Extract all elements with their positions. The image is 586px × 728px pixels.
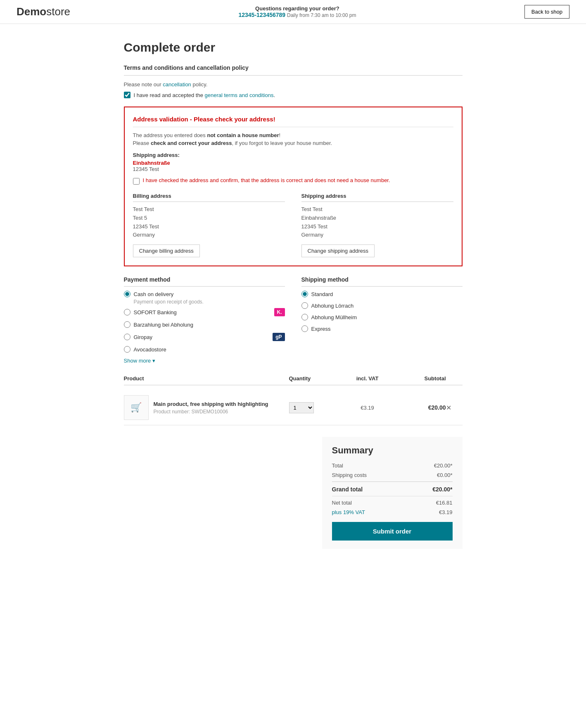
terms-label-suffix: . — [273, 92, 275, 98]
chevron-down-icon: ▾ — [152, 358, 155, 364]
billing-line4: Germany — [133, 232, 155, 238]
shipping-line4: Germany — [301, 232, 323, 238]
summary-grand-total-row: Grand total €20.00* — [332, 481, 453, 493]
cancellation-link[interactable]: cancellation — [163, 81, 191, 88]
questions-label: Questions regarding your order? — [238, 5, 356, 12]
billing-address-title: Billing address — [133, 193, 285, 202]
terms-label: I have read and accepted the general ter… — [134, 92, 275, 98]
summary-total-row: Total €20.00* — [332, 462, 453, 469]
change-shipping-address-button[interactable]: Change shipping address — [301, 244, 375, 257]
shipping-radio-mullheim[interactable] — [301, 314, 308, 320]
shipping-option-express: Express — [301, 325, 463, 332]
terms-checkbox[interactable] — [124, 92, 130, 98]
shipping-line2: Einbahnstraße — [301, 215, 337, 221]
payment-option-giropay: Giropay gP — [124, 333, 285, 341]
payment-label-giropay: Giropay — [134, 334, 153, 340]
quantity-select[interactable]: 1 2 3 — [289, 402, 314, 413]
payment-radio-sofort[interactable] — [124, 309, 130, 315]
shipping-radio-standard[interactable] — [301, 291, 308, 297]
payment-option-sofort: SOFORT Banking K. — [124, 308, 285, 316]
payment-option-cash: Cash on delivery — [124, 291, 285, 297]
shipping-method-col: Shipping method Standard Abholung Lörrac… — [301, 276, 463, 364]
shipping-option-standard: Standard — [301, 291, 463, 297]
product-icon: 🛒 — [130, 402, 142, 413]
payment-radio-avocado[interactable] — [124, 346, 130, 353]
hours-label: Daily from 7:30 am to 10:00 pm — [287, 12, 356, 18]
cancellation-prefix: Please note our — [124, 81, 163, 88]
shipping-radio-lorrach[interactable] — [301, 302, 308, 309]
terms-link[interactable]: general terms and conditions — [205, 92, 274, 98]
giropay-badge: gP — [273, 333, 285, 341]
shipping-address-lines: Test Test Einbahnstraße 12345 Test Germa… — [301, 205, 453, 240]
payment-label-avocado: Avocadostore — [134, 346, 166, 353]
shipping-radio-express[interactable] — [301, 325, 308, 332]
terms-section-title: Terms and conditions and cancellation po… — [124, 64, 463, 71]
payment-label-sofort: SOFORT Banking — [134, 309, 177, 315]
product-remove-col: ✕ — [446, 404, 463, 412]
address-validation-box: Address validation - Please check your a… — [124, 107, 463, 266]
vat-label: plus 19% VAT — [332, 509, 365, 515]
validation-text2: Please check and correct your address, i… — [133, 140, 453, 146]
product-table: Product Quantity incl. VAT Subtotal 🛒 Ma… — [124, 375, 463, 425]
shipping-label-express: Express — [311, 326, 331, 332]
payment-option-barzahlung: Barzahlung bei Abholung — [124, 321, 285, 328]
summary-total-label: Total — [332, 462, 343, 469]
back-to-shop-button[interactable]: Back to shop — [524, 5, 569, 19]
payment-radio-barzahlung[interactable] — [124, 321, 130, 328]
phone-number[interactable]: 12345-123456789 — [238, 12, 285, 18]
shipping-option-lorrach: Abholung Lörrach — [301, 302, 463, 309]
show-more-button[interactable]: Show more ▾ — [124, 358, 156, 364]
summary-shipping-label: Shipping costs — [332, 472, 367, 478]
product-image: 🛒 — [124, 395, 149, 420]
billing-line2: Test 5 — [133, 215, 147, 221]
shipping-line3: 12345 Test — [301, 223, 327, 230]
site-header: Demostore Questions regarding your order… — [0, 0, 586, 24]
product-name: Main product, free shipping with highlig… — [154, 401, 268, 407]
terms-checkbox-row: I have read and accepted the general ter… — [124, 92, 463, 98]
shipping-label-mullheim: Abholung Müllheim — [311, 314, 357, 320]
col-incl-vat: incl. VAT — [339, 375, 396, 382]
billing-address-lines: Test Test Test 5 12345 Test Germany — [133, 205, 285, 240]
payment-radio-giropay[interactable] — [124, 334, 130, 340]
v-text1-prefix: The address you entered does — [133, 132, 207, 138]
summary-net-row: Net total €16.81 — [332, 496, 453, 506]
product-number: Product number: SWDEMO10006 — [154, 409, 268, 415]
payment-sub-cash: Payment upon receipt of goods. — [134, 299, 285, 305]
street-name: Einbahnstraße — [133, 160, 453, 166]
col-remove — [446, 375, 463, 382]
payment-option-avocado: Avocadostore — [124, 346, 285, 353]
grand-total-label: Grand total — [332, 486, 363, 493]
billing-address-col: Billing address Test Test Test 5 12345 T… — [133, 193, 285, 257]
payment-label-cash: Cash on delivery — [134, 291, 174, 297]
shipping-option-mullheim: Abholung Müllheim — [301, 314, 463, 320]
payment-radio-cash[interactable] — [124, 291, 130, 297]
v-text1-suffix: ! — [279, 132, 281, 138]
product-qty-col: 1 2 3 — [289, 402, 339, 413]
logo-bold: Demo — [17, 5, 46, 18]
summary-shipping-value: €0.00* — [437, 472, 453, 478]
show-more-label: Show more — [124, 358, 151, 364]
shipping-address-label: Shipping address: — [133, 152, 453, 158]
validation-title: Address validation - Please check your a… — [133, 116, 453, 127]
change-billing-address-button[interactable]: Change billing address — [133, 244, 200, 257]
col-product: Product — [124, 375, 289, 382]
submit-order-button[interactable]: Submit order — [332, 522, 453, 541]
logo-rest: store — [46, 5, 70, 18]
product-info: 🛒 Main product, free shipping with highl… — [124, 395, 289, 420]
net-total-value: €16.81 — [436, 500, 453, 506]
sofort-badge: K. — [274, 308, 285, 316]
billing-line1: Test Test — [133, 206, 154, 212]
summary-title: Summary — [332, 445, 453, 456]
billing-line3: 12345 Test — [133, 223, 159, 230]
confirm-address-checkbox[interactable] — [133, 178, 140, 185]
cancellation-text: Please note our cancellation policy. — [124, 81, 463, 88]
v-text2-suffix: , if you forgot to leave your house numb… — [232, 140, 332, 146]
v-text2-prefix: Please — [133, 140, 151, 146]
product-details: Main product, free shipping with highlig… — [154, 401, 268, 415]
summary-shipping-row: Shipping costs €0.00* — [332, 472, 453, 478]
payment-method-col: Payment method Cash on delivery Payment … — [124, 276, 285, 364]
remove-product-button[interactable]: ✕ — [446, 404, 451, 412]
summary-vat-row: plus 19% VAT €3.19 — [332, 509, 453, 515]
terms-label-prefix: I have read and accepted the — [134, 92, 205, 98]
table-row: 🛒 Main product, free shipping with highl… — [124, 390, 463, 425]
